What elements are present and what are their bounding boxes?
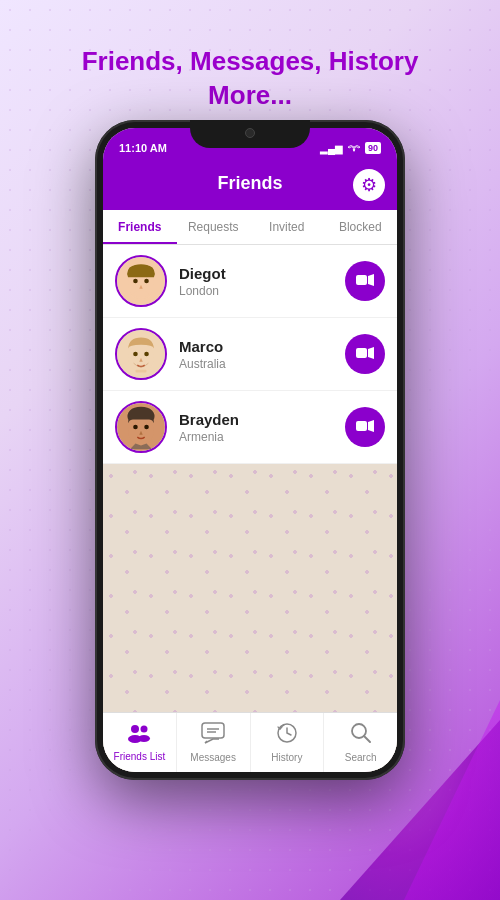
nav-item-search[interactable]: Search [324, 713, 397, 772]
phone-notch [190, 120, 310, 148]
avatar [115, 328, 167, 380]
video-camera-icon [356, 418, 374, 436]
status-icons: ▂▄▆ 90 [320, 142, 381, 154]
svg-rect-6 [356, 275, 367, 285]
list-item: Marco Australia [103, 318, 397, 391]
video-call-button[interactable] [345, 261, 385, 301]
svg-point-21 [131, 725, 139, 733]
app-header: Friends ⚙ [103, 160, 397, 210]
nav-label-friends-list: Friends List [114, 751, 166, 762]
video-camera-icon [356, 272, 374, 290]
friend-name: Brayden [179, 411, 345, 428]
svg-point-3 [133, 279, 138, 284]
friends-list-icon [127, 723, 151, 749]
settings-button[interactable]: ⚙ [353, 169, 385, 201]
page-title-area: Friends, Messages, History More... [0, 45, 500, 113]
list-item: Diegot London [103, 245, 397, 318]
header-title: Friends [217, 173, 282, 194]
tabs-bar: Friends Requests Invited Blocked [103, 210, 397, 245]
front-camera [245, 128, 255, 138]
nav-item-friends-list[interactable]: Friends List [103, 713, 177, 772]
screen-body: Diegot London [103, 245, 397, 772]
phone-screen: 11:10 AM ▂▄▆ 90 Friends [103, 128, 397, 772]
status-time: 11:10 AM [119, 142, 167, 154]
friend-name: Diegot [179, 265, 345, 282]
svg-point-5 [134, 290, 149, 297]
nav-item-history[interactable]: History [251, 713, 325, 772]
friend-location: London [179, 284, 345, 298]
bottom-nav: Friends List Messages [103, 712, 397, 772]
friend-location: Australia [179, 357, 345, 371]
friend-info: Marco Australia [179, 338, 345, 371]
tab-blocked[interactable]: Blocked [324, 210, 398, 244]
svg-rect-13 [356, 348, 367, 358]
svg-line-30 [364, 736, 370, 742]
svg-point-24 [138, 735, 150, 742]
history-icon [276, 722, 298, 750]
friend-location: Armenia [179, 430, 345, 444]
tab-friends[interactable]: Friends [103, 210, 177, 244]
svg-point-10 [133, 352, 138, 357]
wifi-icon [347, 142, 361, 154]
avatar [115, 255, 167, 307]
svg-rect-12 [135, 370, 146, 373]
friends-list: Diegot London [103, 245, 397, 464]
messages-icon [201, 722, 225, 750]
video-call-button[interactable] [345, 334, 385, 374]
page-title: Friends, Messages, History More... [0, 45, 500, 113]
svg-marker-20 [368, 420, 374, 432]
friend-info: Diegot London [179, 265, 345, 298]
svg-marker-14 [368, 347, 374, 359]
video-call-button[interactable] [345, 407, 385, 447]
signal-icon: ▂▄▆ [320, 143, 343, 154]
search-icon [350, 722, 372, 750]
avatar [115, 401, 167, 453]
list-item: Brayden Armenia [103, 391, 397, 464]
tab-requests[interactable]: Requests [177, 210, 251, 244]
svg-point-0 [353, 150, 355, 152]
battery-icon: 90 [365, 142, 381, 154]
svg-point-23 [141, 726, 148, 733]
phone-frame: 11:10 AM ▂▄▆ 90 Friends [95, 120, 405, 780]
svg-rect-25 [202, 723, 224, 738]
svg-point-11 [144, 352, 149, 357]
svg-point-18 [144, 425, 149, 430]
svg-point-4 [144, 279, 149, 284]
nav-item-messages[interactable]: Messages [177, 713, 251, 772]
svg-rect-19 [356, 421, 367, 431]
svg-point-17 [133, 425, 138, 430]
friend-info: Brayden Armenia [179, 411, 345, 444]
video-camera-icon [356, 345, 374, 363]
nav-label-search: Search [345, 752, 377, 763]
svg-marker-7 [368, 274, 374, 286]
gear-icon: ⚙ [361, 174, 377, 196]
tab-invited[interactable]: Invited [250, 210, 324, 244]
friend-name: Marco [179, 338, 345, 355]
nav-label-history: History [271, 752, 302, 763]
nav-label-messages: Messages [190, 752, 236, 763]
